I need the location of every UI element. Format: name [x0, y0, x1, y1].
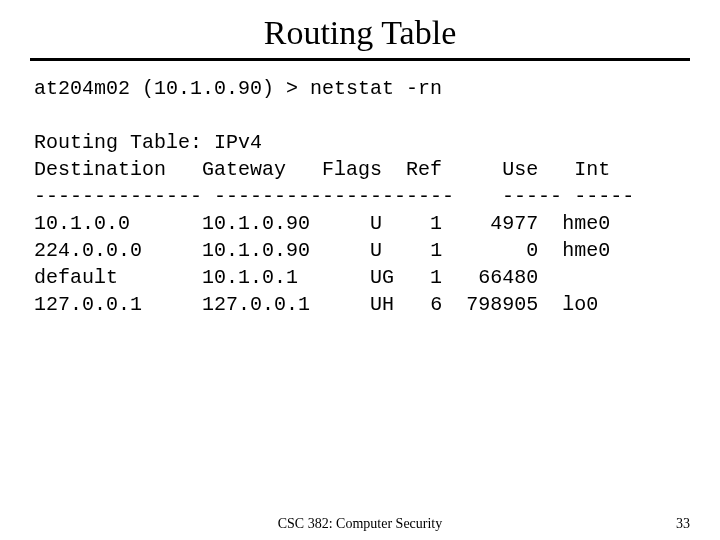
divider-row: -------------- -------------------- ----…: [34, 185, 634, 208]
col-int: Int: [574, 158, 610, 181]
col-ref: Ref: [406, 158, 442, 181]
col-destination: Destination: [34, 158, 166, 181]
table-heading: Routing Table: IPv4: [34, 131, 262, 154]
col-flags: Flags: [322, 158, 382, 181]
title-underline: [30, 58, 690, 61]
footer-course: CSC 382: Computer Security: [0, 516, 720, 532]
command-line: at204m02 (10.1.0.90) > netstat -rn: [34, 77, 442, 100]
table-row: 10.1.0.0 10.1.0.90 U 1 4977 hme0: [34, 212, 610, 235]
col-use: Use: [502, 158, 538, 181]
table-row: default 10.1.0.1 UG 1 66480: [34, 266, 538, 289]
table-row: 127.0.0.1 127.0.0.1 UH 6 798905 lo0: [34, 293, 598, 316]
page-title: Routing Table: [0, 14, 720, 52]
slide: Routing Table at204m02 (10.1.0.90) > net…: [0, 14, 720, 540]
footer-page-number: 33: [676, 516, 690, 532]
col-gateway: Gateway: [202, 158, 286, 181]
terminal-output: at204m02 (10.1.0.90) > netstat -rn Routi…: [34, 75, 686, 318]
column-headers: Destination Gateway Flags Ref Use Int: [34, 158, 610, 181]
table-row: 224.0.0.0 10.1.0.90 U 1 0 hme0: [34, 239, 610, 262]
